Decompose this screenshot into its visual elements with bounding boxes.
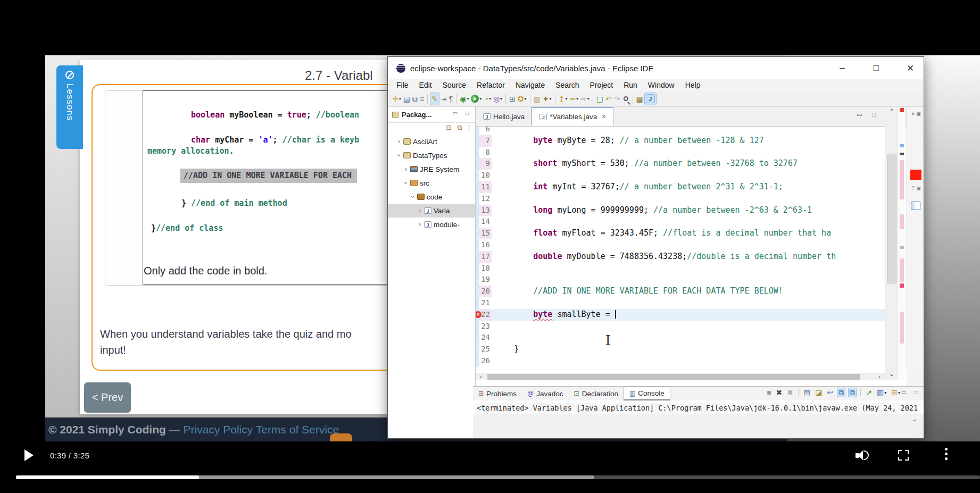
prev-button[interactable]: < Prev bbox=[84, 382, 131, 413]
external-tools-button[interactable]: ✦▾ bbox=[542, 93, 553, 105]
vscroll-thumb[interactable] bbox=[887, 154, 896, 283]
code-line-26[interactable]: 26 bbox=[476, 355, 885, 367]
chevron-down-icon[interactable]: › bbox=[409, 194, 417, 200]
chevron-right-icon[interactable]: › bbox=[417, 221, 423, 228]
chevron-down-icon[interactable]: › bbox=[402, 180, 410, 186]
code-line-19[interactable]: 19 bbox=[476, 274, 885, 286]
pin-console-button[interactable]: ↗ bbox=[865, 388, 873, 397]
coverage-button[interactable]: ◔▾ bbox=[483, 93, 492, 105]
scroll-up-arrow[interactable]: ⌃ bbox=[885, 108, 898, 116]
play-button[interactable] bbox=[24, 449, 34, 461]
footer-links[interactable]: Privacy Policy Terms of Service bbox=[184, 423, 339, 436]
close-button[interactable]: ✕ bbox=[904, 63, 916, 74]
code-editor[interactable]: 67 byte myByte = 28; // a number between… bbox=[476, 127, 885, 373]
code-line-22[interactable]: 22 byte smallByte = ✕ bbox=[476, 309, 885, 321]
scroll-right-arrow[interactable]: › bbox=[875, 373, 884, 380]
restore-view-icon[interactable]: ⠿ ▣ bbox=[910, 111, 923, 116]
show-whitespace-button[interactable]: ¶ bbox=[448, 93, 454, 105]
code-line-15[interactable]: 15 float myFloat = 32343.45F; //float is… bbox=[476, 228, 885, 239]
package-explorer-tab[interactable]: Packag... ▭ □ bbox=[388, 107, 475, 123]
open-console-button[interactable]: ⊞▾ bbox=[890, 388, 901, 397]
tree-item-module-[interactable]: ›Jmodule- bbox=[388, 218, 475, 231]
display-selected-console-button[interactable]: ▥▾ bbox=[876, 388, 887, 397]
code-line-12[interactable]: 12 bbox=[476, 193, 885, 205]
menu-navigate[interactable]: Navigate bbox=[510, 80, 550, 90]
code-line-23[interactable]: 23 bbox=[476, 321, 885, 332]
overview-ruler[interactable] bbox=[898, 107, 905, 380]
forward-button[interactable]: ⇨▾ bbox=[579, 93, 591, 105]
maximize-button[interactable]: □ bbox=[870, 63, 882, 73]
show-on-stdout-button[interactable]: ⧉ bbox=[837, 388, 845, 397]
java-perspective-button[interactable]: J bbox=[644, 93, 657, 105]
code-line-8[interactable]: 8 bbox=[476, 147, 885, 158]
code-line-16[interactable]: 16 bbox=[476, 239, 885, 251]
print-button[interactable]: ≡ bbox=[419, 93, 425, 105]
format-button[interactable]: ⇥ bbox=[439, 93, 448, 105]
open-type-button[interactable]: ▥ bbox=[533, 93, 542, 105]
menu-refactor[interactable]: Refactor bbox=[471, 80, 510, 90]
tree-item-jre-system[interactable]: ›JRE System bbox=[388, 162, 475, 176]
new-java-class-button[interactable]: ✪▾ bbox=[517, 93, 528, 105]
tree-item-varia[interactable]: ›JVaria bbox=[388, 204, 475, 218]
chevron-right-icon[interactable]: › bbox=[396, 138, 402, 145]
close-tab-icon[interactable]: ✕ bbox=[601, 113, 606, 120]
code-line-11[interactable]: 11 int myInt = 32767;// a number between… bbox=[476, 181, 885, 193]
tab-problems[interactable]: ⊞Problems bbox=[473, 387, 522, 400]
code-line-9[interactable]: 9 short myShort = 530; //a number betwee… bbox=[476, 158, 885, 170]
tab-console[interactable]: ▥Console bbox=[624, 387, 670, 400]
new-window-button[interactable]: ▢ bbox=[595, 93, 604, 105]
code-line-25[interactable]: 25 } bbox=[476, 344, 885, 355]
show-on-stderr-button[interactable]: ⧉ bbox=[848, 388, 857, 397]
back-button[interactable]: ⇦▾ bbox=[568, 93, 579, 105]
bottom-panel-minmax-icons[interactable]: ▭ □ bbox=[901, 389, 920, 395]
tree-item-datatypes[interactable]: ›DataTypes bbox=[388, 148, 475, 162]
editor-tab-hello-java[interactable]: JHello.java bbox=[476, 107, 531, 126]
code-line-10[interactable]: 10 bbox=[476, 170, 885, 181]
editor-tab--variables-java[interactable]: J*Variables.java✕ bbox=[531, 107, 613, 126]
console-output-area[interactable]: ⌃ bbox=[473, 414, 924, 439]
progress-bar[interactable] bbox=[16, 475, 980, 479]
remove-all-terminated-button[interactable]: ✖ bbox=[786, 388, 794, 397]
panel-minmax-icons[interactable]: ▭ □ bbox=[453, 110, 472, 116]
remove-launch-button[interactable]: ✖ bbox=[775, 388, 784, 397]
console-scroll-up-arrow[interactable]: ⌃ bbox=[912, 419, 917, 426]
profile-button[interactable]: ◎▾ bbox=[492, 93, 503, 105]
junit-button[interactable]: ⊞ bbox=[508, 93, 517, 105]
chevron-down-icon[interactable]: › bbox=[395, 152, 403, 158]
code-line-21[interactable]: 21 bbox=[476, 297, 885, 309]
tab-declaration[interactable]: ⊡Declaration bbox=[569, 387, 624, 400]
code-line-6[interactable]: 6 bbox=[476, 127, 885, 135]
menu-window[interactable]: Window bbox=[643, 80, 680, 90]
restore-view-icon[interactable]: ⠿ ▣ bbox=[910, 186, 923, 191]
save-button[interactable]: ▤ bbox=[402, 93, 411, 105]
code-line-18[interactable]: 18 bbox=[476, 263, 885, 274]
code-line-13[interactable]: 13 long myLong = 999999999; //a number b… bbox=[476, 205, 885, 216]
tree-item-src[interactable]: ›src bbox=[388, 176, 475, 190]
outline-view-icon[interactable] bbox=[911, 202, 920, 210]
code-line-20[interactable]: 20 //ADD IN ONE MORE VARIABLE FOR EACH D… bbox=[476, 286, 885, 297]
mark-occurrences-button[interactable]: ✎ bbox=[430, 93, 439, 105]
title-bar[interactable]: eclipse-workspace - DataTypes/src/code/V… bbox=[388, 57, 924, 79]
menu-edit[interactable]: Edit bbox=[414, 80, 437, 90]
lessons-tab[interactable]: Lessons bbox=[56, 65, 83, 149]
redo-button[interactable]: ↷ bbox=[613, 93, 621, 105]
tree-item-code[interactable]: ›code bbox=[388, 190, 475, 204]
chevron-right-icon[interactable]: › bbox=[417, 207, 423, 214]
scroll-lock-button[interactable]: ◪ bbox=[814, 388, 823, 397]
explorer-toolbar-icons[interactable]: ⊟ ⧉ ⁞ bbox=[446, 124, 472, 131]
vertical-scrollbar[interactable]: ⌃ ⌄ bbox=[885, 107, 898, 380]
code-line-17[interactable]: 17 double myDouble = 7488356.43238;//dou… bbox=[476, 251, 885, 263]
minimize-button[interactable]: – bbox=[836, 63, 848, 73]
menu-source[interactable]: Source bbox=[437, 80, 471, 90]
last-edit-location-button[interactable]: ↥▾ bbox=[558, 93, 569, 105]
menu-run[interactable]: Run bbox=[618, 80, 643, 90]
menu-search[interactable]: Search bbox=[550, 80, 584, 90]
menu-file[interactable]: File bbox=[391, 80, 414, 90]
menu-help[interactable]: Help bbox=[680, 80, 706, 90]
undo-button[interactable]: ↶ bbox=[604, 93, 613, 105]
code-line-24[interactable]: 24 bbox=[476, 332, 885, 344]
horizontal-scrollbar[interactable]: ‹ › bbox=[476, 373, 885, 380]
scroll-left-arrow[interactable]: ‹ bbox=[477, 373, 485, 380]
word-wrap-button[interactable]: ↩ bbox=[826, 388, 835, 397]
fullscreen-icon[interactable] bbox=[898, 450, 909, 461]
